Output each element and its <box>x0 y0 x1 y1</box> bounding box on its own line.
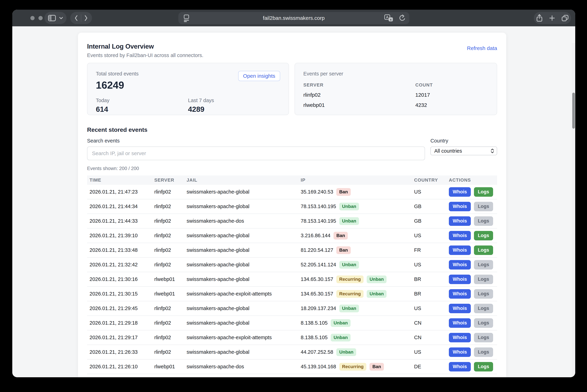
sidebar-button-group <box>45 12 67 24</box>
event-ip-cell: 35.169.240.53Ban <box>301 188 414 196</box>
chevron-down-icon[interactable] <box>59 17 63 20</box>
event-server: rlinfp02 <box>154 204 187 209</box>
event-ip: 45.139.104.168 <box>301 364 336 370</box>
logs-button[interactable]: Logs <box>474 333 493 342</box>
events-table-rows: 2026.01.21, 21:47:23rlinfp02swissmakers-… <box>87 185 497 374</box>
country-select-value: All countries <box>434 148 490 154</box>
new-tab-icon[interactable] <box>549 15 555 21</box>
reload-icon[interactable] <box>398 14 405 22</box>
status-badge-recurring: Recurring <box>336 290 364 298</box>
whois-button[interactable]: Whois <box>449 362 471 372</box>
event-row: 2026.01.21, 21:47:23rlinfp02swissmakers-… <box>87 185 497 199</box>
event-ip-cell: 18.209.137.234Unban <box>301 304 414 312</box>
events-shown-text: Events shown: 200 / 200 <box>87 166 497 171</box>
whois-button[interactable]: Whois <box>449 202 471 211</box>
event-actions: WhoisLogs <box>449 318 497 328</box>
event-jail: swissmakers-apache-global <box>187 204 301 209</box>
search-input[interactable] <box>87 146 425 160</box>
close-window-button[interactable] <box>30 16 35 20</box>
event-actions: WhoisLogs <box>449 304 497 313</box>
logs-button[interactable]: Logs <box>474 362 493 372</box>
event-ip-cell: 8.138.5.105Unban <box>301 319 414 327</box>
recent-events-heading: Recent stored events <box>87 126 497 133</box>
events-per-server-card: Events per server SERVER COUNT rlinfp02 … <box>295 63 497 115</box>
status-badge-ban: Ban <box>334 232 348 240</box>
event-ip: 134.65.30.157 <box>301 276 333 282</box>
scrollbar-thumb[interactable] <box>572 93 575 128</box>
event-actions: WhoisLogs <box>449 246 497 255</box>
country-select[interactable]: All countries <box>430 146 497 155</box>
back-icon[interactable] <box>74 14 79 22</box>
event-ip: 81.220.54.127 <box>301 247 333 253</box>
whois-button[interactable]: Whois <box>449 246 471 255</box>
logs-button[interactable]: Logs <box>474 348 493 357</box>
total-events-card: Total stored events 16249 Open insights … <box>87 63 289 115</box>
logs-button[interactable]: Logs <box>474 187 493 197</box>
whois-button[interactable]: Whois <box>449 333 471 342</box>
event-time: 2026.01.21, 21:44:33 <box>87 218 154 224</box>
whois-button[interactable]: Whois <box>449 289 471 299</box>
event-time: 2026.01.21, 21:26:10 <box>87 364 154 370</box>
scrollbar-track[interactable] <box>572 43 575 377</box>
whois-button[interactable]: Whois <box>449 348 471 357</box>
logs-button[interactable]: Logs <box>474 289 493 299</box>
status-badge-unban: Unban <box>367 276 386 283</box>
event-jail: swissmakers-apache-global <box>187 262 301 268</box>
event-time: 2026.01.21, 21:33:48 <box>87 247 154 253</box>
logs-button[interactable]: Logs <box>474 260 493 270</box>
event-actions: WhoisLogs <box>449 202 497 211</box>
event-time: 2026.01.21, 21:39:10 <box>87 233 154 238</box>
refresh-data-link[interactable]: Refresh data <box>467 45 497 51</box>
logs-button[interactable]: Logs <box>474 231 493 240</box>
event-country: BR <box>414 276 449 282</box>
logs-button[interactable]: Logs <box>474 274 493 284</box>
event-server: rlinfp02 <box>154 233 187 238</box>
event-time: 2026.01.21, 21:29:18 <box>87 320 154 326</box>
event-ip: 52.205.141.124 <box>301 262 336 268</box>
svg-text:A: A <box>386 15 388 19</box>
event-row: 2026.01.21, 21:29:45rlinfp02swissmakers-… <box>87 301 497 316</box>
whois-button[interactable]: Whois <box>449 260 471 270</box>
logs-button[interactable]: Logs <box>474 246 493 255</box>
column-header-jail: Jail <box>187 178 301 183</box>
event-server: rlwebp01 <box>154 364 187 370</box>
whois-button[interactable]: Whois <box>449 187 471 197</box>
whois-button[interactable]: Whois <box>449 216 471 226</box>
status-badge-ban: Ban <box>369 363 384 370</box>
address-bar[interactable]: fail2ban.swissmakers.corp A x <box>178 12 409 24</box>
event-ip-cell: 44.207.252.58Unban <box>301 348 414 356</box>
event-jail: swissmakers-apache-global <box>187 247 301 253</box>
browser-window: fail2ban.swissmakers.corp A x <box>12 10 575 377</box>
event-ip: 78.153.140.195 <box>301 218 336 224</box>
forward-icon[interactable] <box>84 14 88 22</box>
logs-button[interactable]: Logs <box>474 304 493 313</box>
translate-icon[interactable]: A x <box>384 14 394 22</box>
logs-button[interactable]: Logs <box>474 216 493 226</box>
whois-button[interactable]: Whois <box>449 318 471 328</box>
main-card: Internal Log Overview Events stored by F… <box>78 33 506 377</box>
event-row: 2026.01.21, 21:29:17rlinfp02swissmakers-… <box>87 330 497 345</box>
sidebar-icon[interactable] <box>48 14 56 22</box>
share-icon[interactable] <box>536 14 543 22</box>
status-badge-unban: Unban <box>339 203 359 210</box>
whois-button[interactable]: Whois <box>449 274 471 284</box>
events-per-server-title: Events per server <box>303 71 488 77</box>
event-row: 2026.01.21, 21:29:18rlinfp02swissmakers-… <box>87 316 497 330</box>
event-ip-cell: 134.65.30.157RecurringUnban <box>301 290 414 298</box>
server-count: 12017 <box>415 92 488 98</box>
event-actions: WhoisLogs <box>449 187 497 197</box>
event-row: 2026.01.21, 21:26:33rlinfp02swissmakers-… <box>87 345 497 360</box>
event-ip-cell: 78.153.140.195Unban <box>301 217 414 225</box>
page-header: Internal Log Overview Events stored by F… <box>87 43 497 58</box>
svg-text:x: x <box>390 18 392 21</box>
open-insights-button[interactable]: Open insights <box>238 71 280 81</box>
reader-icon[interactable] <box>183 14 190 22</box>
minimize-window-button[interactable] <box>39 16 43 20</box>
whois-button[interactable]: Whois <box>449 231 471 240</box>
logs-button[interactable]: Logs <box>474 318 493 328</box>
tab-overview-icon[interactable] <box>561 14 569 22</box>
event-ip-cell: 78.153.140.195Unban <box>301 203 414 210</box>
logs-button[interactable]: Logs <box>474 202 493 211</box>
event-jail: swissmakers-apache-global <box>187 276 301 282</box>
whois-button[interactable]: Whois <box>449 304 471 313</box>
